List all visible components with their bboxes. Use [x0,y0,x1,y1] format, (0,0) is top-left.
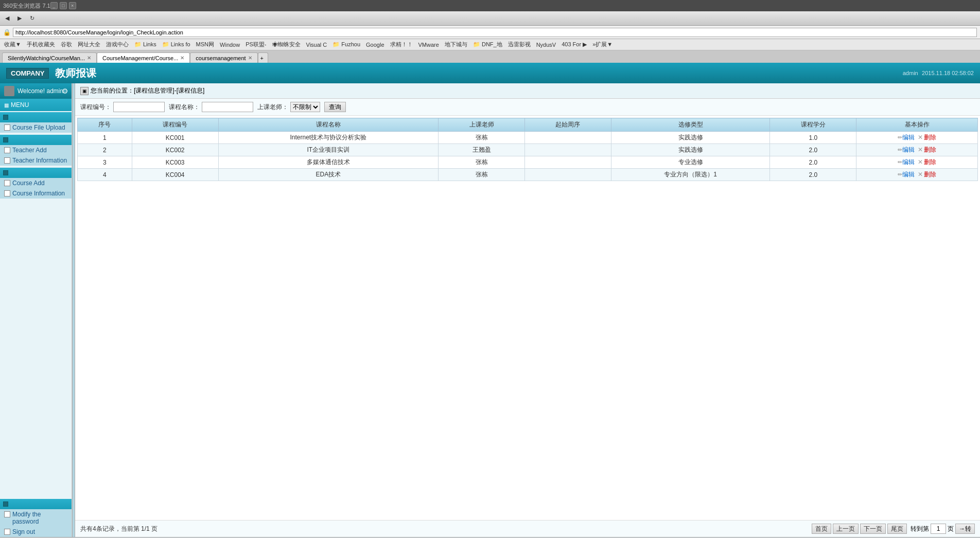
sidebar-item-signout[interactable]: Sign out [0,527,72,537]
maximize-btn[interactable]: □ [60,2,67,9]
page-number-input[interactable] [931,524,946,534]
delete-link-2[interactable]: 删除 [924,158,936,166]
teacher-select[interactable]: 不限制 [290,102,320,112]
bookmark-dnf[interactable]: 地下城与 [443,40,469,49]
close-btn[interactable]: × [69,2,76,9]
tab-2[interactable]: CourseManagement/Course... ✕ [97,52,190,63]
sidebar-checkbox-ci[interactable] [4,190,10,196]
cell-seq: 4 [78,169,132,181]
bookmark-ext[interactable]: »扩展▼ [590,40,615,49]
bookmark-linksfo[interactable]: 📁 Links fo [160,41,192,48]
sidebar-item-teacher-add[interactable]: Teacher Add [0,145,72,155]
section-dot-account [3,501,8,507]
app-title: 教师报课 [55,66,902,80]
edit-link-0[interactable]: 编辑 [902,134,915,141]
bookmark-403[interactable]: 403 For ▶ [559,41,589,48]
address-input[interactable] [13,28,977,37]
last-page-btn[interactable]: 尾页 [887,524,907,534]
bookmark-seek[interactable]: 求精！！ [388,40,415,49]
sidebar-checkbox-so[interactable] [4,529,10,535]
th-name: 课程名称 [218,118,439,132]
sidebar-checkbox-mp[interactable] [4,511,10,517]
edit-link-2[interactable]: 编辑 [902,158,915,166]
bookmark-ps[interactable]: PS联盟- [243,40,268,49]
cell-teacher: 王翘盈 [439,144,525,156]
bookmark-links[interactable]: 📁 Links [132,41,159,48]
edit-link-1[interactable]: 编辑 [902,146,915,153]
new-tab-btn[interactable]: + [258,52,268,63]
query-btn[interactable]: 查询 [324,102,346,112]
th-teacher: 上课老师 [439,118,525,132]
th-code: 课程编号 [132,118,218,132]
table-header-row: 序号 课程编号 课程名称 上课老师 起始周序 选修类型 课程学分 基本操作 [78,118,978,132]
bookmark-msn[interactable]: MSN网 [194,40,216,49]
sidebar-settings-icon[interactable]: ⚙ [62,87,68,95]
menu-icon: ▦ [4,102,9,108]
sidebar-item-course-add[interactable]: Course Add [0,178,72,188]
cell-name: EDA技术 [218,169,439,181]
delete-link-1[interactable]: 删除 [924,146,936,153]
cell-week [524,144,611,156]
sidebar-item-modify-password[interactable]: Modify the password [0,509,72,527]
delete-link-0[interactable]: 删除 [924,134,936,141]
tab-2-close[interactable]: ✕ [180,55,184,61]
sidebar-checkbox-ta[interactable] [4,147,10,153]
sidebar-item-course-info[interactable]: Course Information [0,188,72,199]
refresh-btn[interactable]: ↻ [27,14,38,23]
th-week: 起始周序 [524,118,611,132]
bookmark-visualc[interactable]: Visual C [304,41,329,48]
course-code-field: 课程编号： [80,102,165,112]
cell-code: KC002 [132,144,218,156]
cell-code: KC001 [132,132,218,144]
bookmark-vmware[interactable]: VMware [416,41,441,48]
next-page-btn[interactable]: 下一页 [860,524,886,534]
table-container: 序号 课程编号 课程名称 上课老师 起始周序 选修类型 课程学分 基本操作 1 … [75,116,980,520]
course-code-input[interactable] [113,102,165,112]
tab-3-close[interactable]: ✕ [248,55,252,61]
cell-teacher: 张栋 [439,132,525,144]
bookmark-favorites[interactable]: 收藏▼ [2,40,23,49]
minimize-btn[interactable]: _ [50,2,58,9]
sidebar-section-course: Course Add Course Information [0,168,72,199]
bookmark-games[interactable]: 游戏中心 [104,40,131,49]
sidebar-checkbox[interactable] [4,124,10,131]
prev-page-btn[interactable]: 上一页 [833,524,859,534]
th-credit: 课程学分 [770,118,856,132]
bookmark-google2[interactable]: Google [364,41,386,48]
cell-seq: 1 [78,132,132,144]
edit-link-3[interactable]: 编辑 [902,171,915,178]
sidebar-checkbox-ti[interactable] [4,157,10,164]
tab-1-close[interactable]: ✕ [87,55,91,61]
bookmark-mobile[interactable]: 手机收藏夹 [25,40,57,49]
forward-btn[interactable]: ▶ [14,14,25,23]
sidebar-welcome-text: Welcome! admin [18,87,63,95]
bookmark-window[interactable]: Window [218,41,242,48]
bookmark-dnf2[interactable]: 📁 DNF_地 [471,40,504,49]
tab-1[interactable]: SilentlyWatching/CourseMan... ✕ [2,52,97,63]
bookmark-nydus[interactable]: NydusV [534,41,558,48]
course-name-input[interactable] [202,102,253,112]
go-page-btn[interactable]: →转 [955,524,975,534]
tab-3[interactable]: coursemanagement ✕ [190,52,257,63]
course-name-field: 课程名称： [169,102,253,112]
cell-action: ✏编辑 ✕删除 [856,132,978,144]
delete-link-3[interactable]: 删除 [924,171,936,178]
sidebar-checkbox-ca[interactable] [4,180,10,186]
back-btn[interactable]: ◀ [2,14,12,23]
bookmark-nav[interactable]: 网址大全 [76,40,102,49]
app-datetime: admin 2015.11.18 02:58:02 [903,69,974,77]
sidebar-label-course-info: Course Information [12,190,65,197]
sidebar-item-teacher-info[interactable]: Teacher Information [0,155,72,166]
first-page-btn[interactable]: 首页 [812,524,831,534]
table-row: 4 KC004 EDA技术 张栋 专业方向（限选）1 2.0 ✏编辑 ✕删除 [78,169,978,181]
cell-credit: 2.0 [770,156,856,169]
sidebar-item-course-file-upload[interactable]: Course File Upload [0,122,72,133]
th-action: 基本操作 [856,118,978,132]
sidebar-menu-label: MENU [11,101,29,109]
tabs-bar: SilentlyWatching/CourseMan... ✕ CourseMa… [0,50,980,63]
bookmark-google[interactable]: 谷歌 [59,40,74,49]
bookmark-thunder[interactable]: 迅雷影视 [506,40,533,49]
bookmark-fuzhou[interactable]: 📁 Fuzhou [330,41,362,48]
bookmark-spider[interactable]: 🕷蜘蛛安全 [270,40,303,49]
pagination-controls: 首页 上一页 下一页 尾页 转到第 页 →转 [812,524,975,534]
